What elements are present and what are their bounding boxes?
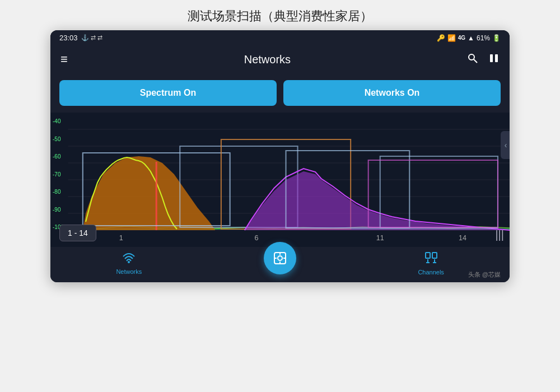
- menu-button[interactable]: ≡: [59, 51, 69, 68]
- app-bar-icons: [466, 52, 501, 68]
- app-bar-title: Networks: [69, 53, 466, 66]
- status-icons: ⚓ ⇄ ⇄: [81, 34, 102, 41]
- spectrum-chart: 1 6 11 14: [50, 118, 510, 247]
- svg-marker-11: [83, 156, 216, 230]
- nav-item-networks[interactable]: Networks: [106, 252, 151, 275]
- toggle-row: Spectrum On Networks On: [50, 73, 510, 113]
- key-icon: 🔑: [437, 34, 445, 42]
- watermark: 头条 @芯媒: [468, 270, 501, 279]
- signal-icon: ▲: [468, 34, 474, 42]
- chart-area: -40 -50 -60 -70 -80 -90 -100: [50, 113, 510, 247]
- svg-rect-18: [380, 156, 498, 228]
- svg-rect-31: [426, 253, 430, 258]
- fab-container: [264, 253, 296, 274]
- bottom-nav: Networks: [50, 247, 510, 282]
- svg-text:6: 6: [254, 234, 258, 242]
- svg-point-26: [278, 256, 282, 260]
- svg-marker-16: [245, 171, 510, 230]
- status-bar: 23:03 ⚓ ⇄ ⇄ 🔑 📶 4G ▲ 61% 🔋: [50, 30, 510, 45]
- svg-text:14: 14: [459, 234, 466, 242]
- battery-text: 61%: [477, 34, 490, 42]
- spectrum-on-button[interactable]: Spectrum On: [59, 80, 277, 106]
- app-bar: ≡ Networks: [50, 45, 510, 73]
- channels-nav-icon: [424, 251, 438, 267]
- svg-point-0: [469, 54, 474, 60]
- phone-wrapper: 23:03 ⚓ ⇄ ⇄ 🔑 📶 4G ▲ 61% 🔋 ≡ Networks: [50, 30, 510, 282]
- networks-on-button[interactable]: Networks On: [283, 80, 501, 106]
- wifi-status-icon: 📶: [447, 34, 456, 42]
- battery-icon: 🔋: [492, 34, 501, 42]
- network-icon: 4G: [458, 35, 465, 41]
- svg-rect-2: [490, 54, 493, 62]
- svg-text:1: 1: [119, 234, 123, 242]
- status-left: 23:03 ⚓ ⇄ ⇄: [59, 34, 102, 42]
- networks-nav-icon: [122, 252, 136, 267]
- svg-text:11: 11: [376, 234, 384, 242]
- svg-line-1: [474, 59, 477, 63]
- svg-point-24: [128, 261, 130, 263]
- status-right: 🔑 📶 4G ▲ 61% 🔋: [437, 34, 501, 42]
- page-title: 测试场景扫描（典型消费性家居）: [0, 0, 560, 30]
- pause-button[interactable]: [487, 52, 501, 68]
- channel-range-badge: 1 - 14: [59, 225, 96, 241]
- right-side-icon[interactable]: |||: [495, 228, 504, 241]
- networks-nav-label: Networks: [116, 268, 142, 275]
- search-button[interactable]: [466, 52, 479, 68]
- svg-rect-3: [495, 54, 498, 62]
- channels-nav-label: Channels: [418, 269, 444, 276]
- y-axis-labels: -40 -50 -60 -70 -80 -90 -100: [53, 118, 64, 230]
- svg-rect-32: [432, 253, 437, 258]
- side-handle[interactable]: ‹: [501, 131, 510, 159]
- nav-item-channels[interactable]: Channels: [409, 251, 454, 276]
- fab-button[interactable]: [264, 242, 296, 274]
- time-display: 23:03: [59, 34, 78, 42]
